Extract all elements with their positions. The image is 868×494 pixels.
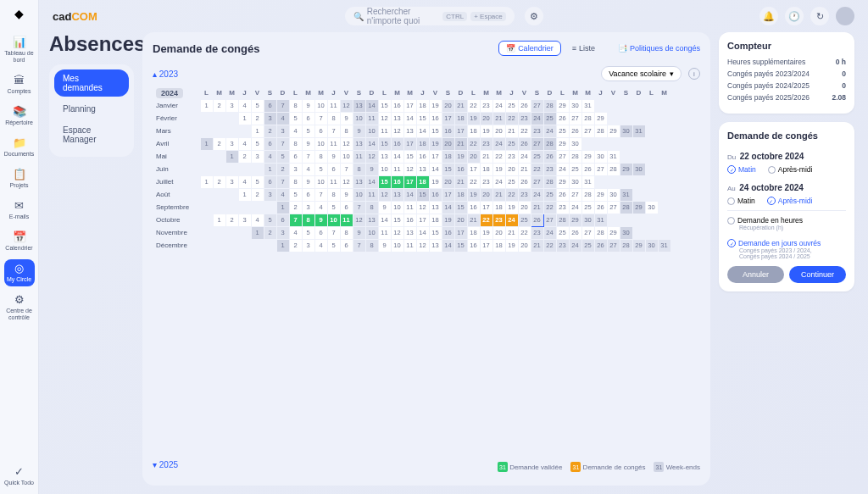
day-cell[interactable]: 3 (289, 163, 302, 175)
day-cell[interactable]: 21 (492, 188, 505, 201)
year-2025-toggle[interactable]: ▾ 2025 (153, 460, 178, 469)
day-cell[interactable]: 26 (518, 137, 531, 150)
day-cell[interactable]: 6 (314, 125, 327, 137)
day-cell[interactable]: 17 (480, 239, 492, 252)
day-cell[interactable]: 4 (251, 214, 264, 226)
day-cell[interactable]: 24 (569, 201, 581, 214)
day-cell[interactable]: 13 (353, 137, 365, 150)
day-cell[interactable]: 2 (289, 239, 302, 252)
from-afternoon-radio[interactable]: Après-midi (768, 165, 813, 174)
day-cell[interactable]: 13 (391, 112, 403, 125)
day-cell[interactable]: 29 (581, 150, 594, 163)
day-cell[interactable]: 30 (620, 226, 632, 239)
day-cell[interactable]: 28 (543, 175, 556, 188)
day-cell[interactable]: 4 (314, 201, 327, 214)
day-cell[interactable]: 17 (454, 125, 467, 137)
day-cell[interactable]: 9 (340, 112, 353, 125)
day-cell[interactable]: 29 (632, 239, 645, 252)
day-cell[interactable]: 23 (531, 125, 543, 137)
day-cell[interactable]: 3 (302, 201, 314, 214)
day-cell[interactable]: 11 (365, 188, 378, 201)
day-cell[interactable]: 31 (581, 99, 594, 112)
day-cell[interactable]: 29 (607, 125, 620, 137)
day-cell[interactable]: 15 (454, 201, 467, 214)
day-cell[interactable]: 15 (429, 226, 442, 239)
day-cell[interactable]: 12 (378, 112, 391, 125)
day-cell[interactable]: 25 (531, 150, 543, 163)
list-view-button[interactable]: ≡Liste (565, 41, 603, 56)
day-cell[interactable]: 10 (378, 163, 391, 175)
day-cell[interactable]: 19 (467, 112, 480, 125)
day-cell[interactable]: 13 (391, 188, 403, 201)
day-cell[interactable]: 14 (403, 112, 416, 125)
day-cell[interactable]: 20 (467, 150, 480, 163)
day-cell[interactable]: 23 (480, 137, 492, 150)
day-cell[interactable]: 24 (556, 163, 569, 175)
day-cell[interactable]: 30 (645, 239, 658, 252)
day-cell[interactable]: 23 (505, 150, 518, 163)
day-cell[interactable]: 18 (454, 112, 467, 125)
day-cell[interactable]: 24 (543, 226, 556, 239)
day-cell[interactable]: 25 (581, 239, 594, 252)
day-cell[interactable]: 4 (289, 125, 302, 137)
day-cell[interactable]: 22 (467, 137, 480, 150)
day-cell[interactable]: 17 (480, 201, 492, 214)
day-cell[interactable]: 9 (365, 163, 378, 175)
day-cell[interactable]: 5 (276, 150, 289, 163)
day-cell[interactable]: 11 (340, 214, 353, 226)
policies-link[interactable]: 📑Politiques de congés (618, 44, 700, 53)
day-cell[interactable]: 15 (429, 125, 442, 137)
day-cell[interactable]: 16 (403, 214, 416, 226)
day-cell[interactable]: 2 (213, 175, 225, 188)
day-cell[interactable]: 28 (594, 226, 607, 239)
day-cell[interactable]: 10 (327, 214, 340, 226)
day-cell[interactable]: 3 (264, 112, 276, 125)
day-cell[interactable]: 7 (327, 125, 340, 137)
day-cell[interactable]: 19 (429, 175, 442, 188)
day-cell[interactable]: 19 (429, 137, 442, 150)
day-cell[interactable]: 14 (365, 99, 378, 112)
day-cell[interactable]: 5 (251, 137, 264, 150)
day-cell[interactable]: 24 (543, 125, 556, 137)
day-cell[interactable]: 12 (365, 150, 378, 163)
day-cell[interactable]: 4 (289, 226, 302, 239)
day-cell[interactable]: 2 (213, 137, 225, 150)
day-cell[interactable]: 28 (607, 163, 620, 175)
search-input[interactable]: 🔍 Rechercher n'importe quoi CTRL+ Espace (345, 7, 515, 25)
day-cell[interactable]: 28 (620, 201, 632, 214)
nav-e-mails[interactable]: ✉E-mails (4, 197, 35, 224)
day-cell[interactable]: 27 (556, 150, 569, 163)
day-cell[interactable]: 15 (378, 137, 391, 150)
day-cell[interactable]: 10 (353, 188, 365, 201)
day-cell[interactable]: 26 (594, 239, 607, 252)
day-cell[interactable]: 9 (378, 239, 391, 252)
day-cell[interactable]: 1 (238, 112, 251, 125)
day-cell[interactable]: 15 (378, 99, 391, 112)
day-cell[interactable]: 20 (454, 214, 467, 226)
day-cell[interactable]: 6 (302, 188, 314, 201)
day-cell[interactable]: 18 (442, 150, 454, 163)
day-cell[interactable]: 24 (518, 150, 531, 163)
day-cell[interactable]: 2 (289, 201, 302, 214)
day-cell[interactable]: 6 (340, 239, 353, 252)
day-cell[interactable]: 31 (581, 175, 594, 188)
day-cell[interactable]: 22 (480, 214, 492, 226)
day-cell[interactable]: 30 (620, 125, 632, 137)
calendar-view-button[interactable]: 📅Calendrier (498, 41, 561, 56)
day-cell[interactable]: 23 (556, 201, 569, 214)
day-cell[interactable]: 12 (340, 99, 353, 112)
day-cell[interactable]: 12 (391, 226, 403, 239)
day-cell[interactable]: 18 (492, 201, 505, 214)
day-cell[interactable]: 16 (429, 188, 442, 201)
day-cell[interactable]: 25 (505, 137, 518, 150)
day-cell[interactable]: 23 (492, 214, 505, 226)
day-cell[interactable]: 5 (327, 239, 340, 252)
day-cell[interactable]: 30 (569, 99, 581, 112)
day-cell[interactable]: 14 (416, 226, 429, 239)
day-cell[interactable]: 10 (353, 112, 365, 125)
day-cell[interactable]: 4 (238, 175, 251, 188)
day-cell[interactable]: 18 (416, 99, 429, 112)
day-cell[interactable]: 27 (581, 226, 594, 239)
day-cell[interactable]: 15 (391, 214, 403, 226)
day-cell[interactable]: 26 (581, 163, 594, 175)
